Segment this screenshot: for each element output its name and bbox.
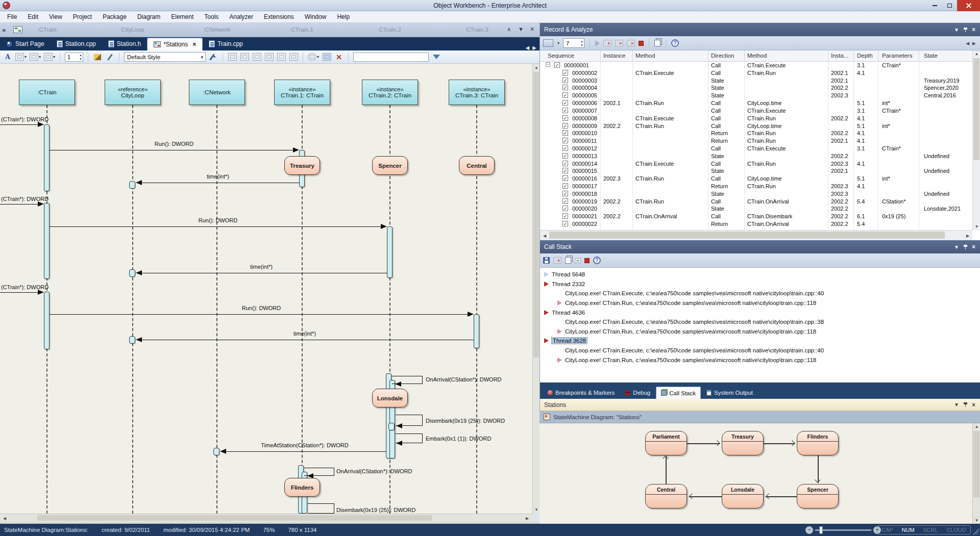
scroll-left-icon[interactable]: ◀ bbox=[541, 234, 548, 238]
panel-close-icon[interactable]: × bbox=[972, 26, 975, 33]
activation-node[interactable] bbox=[213, 448, 219, 455]
canvas-vertical-scrollbar[interactable]: ▲ ▼ bbox=[532, 64, 540, 514]
frame-icon[interactable] bbox=[575, 258, 581, 263]
col-method[interactable]: Method bbox=[635, 53, 655, 59]
filter-funnel-icon[interactable] bbox=[432, 53, 441, 62]
record-row[interactable]: ✓00000012CallCTrain.Execute3.1CTrain* bbox=[540, 145, 972, 152]
run-icon[interactable] bbox=[595, 40, 600, 46]
activation-node[interactable] bbox=[129, 336, 135, 344]
record-row[interactable]: −✓00000001CallCTrain.Execute3.1CTrain* bbox=[540, 62, 972, 69]
message-label[interactable]: TimeAtStation(CStation*): DWORD bbox=[254, 442, 356, 448]
state-flinders[interactable]: Flinders bbox=[284, 478, 320, 497]
tab-start-page[interactable]: Start Page bbox=[0, 37, 51, 50]
message-line[interactable] bbox=[50, 314, 468, 315]
callstack-frame[interactable]: CityLoop.exe! CTrain.Execute, c:\ea\ea75… bbox=[540, 317, 980, 327]
call-stack-titlebar[interactable]: Call Stack ▼ × bbox=[540, 240, 980, 253]
activation-bar[interactable] bbox=[44, 203, 50, 279]
style-combobox[interactable]: Default Style bbox=[124, 52, 206, 62]
record-row[interactable]: ✓000000162002.3CTrain.RunCallCityLoop.ti… bbox=[540, 175, 972, 183]
apply-style-button[interactable]: ▾ bbox=[209, 53, 218, 62]
record-row[interactable]: ✓00000017ReturnCTrain.Run2002.34.1 bbox=[540, 183, 972, 190]
align-left-icon[interactable] bbox=[228, 53, 237, 62]
delete-icon[interactable]: ✕ bbox=[334, 53, 344, 62]
message-label[interactable]: Run(): DWORD bbox=[167, 217, 269, 223]
copy-icon[interactable] bbox=[654, 40, 660, 46]
stations-vertical-scrollbar[interactable]: ▲ ▼ bbox=[972, 423, 980, 524]
menu-file[interactable]: File bbox=[7, 13, 17, 20]
message-label[interactable]: Run(): DWORD bbox=[123, 141, 225, 147]
record-row[interactable]: ✓00000020State2002.2Lonsdale,2021 bbox=[540, 205, 972, 213]
message-label[interactable]: Disembark(0x19 (25)): DWORD bbox=[426, 418, 505, 424]
menu-diagram[interactable]: Diagram bbox=[137, 13, 160, 20]
message-line[interactable] bbox=[226, 451, 386, 452]
tab-stations-active[interactable]: *Stations × bbox=[147, 38, 203, 50]
scroll-right-icon[interactable]: ▶ bbox=[964, 234, 971, 238]
record-row[interactable]: ✓000000192002.2CTrain.RunCallCTrain.OnAr… bbox=[540, 198, 972, 206]
tab-train-cpp[interactable]: Train.cpp bbox=[203, 37, 249, 50]
align-top-icon[interactable] bbox=[252, 53, 261, 62]
record-row[interactable]: ✓00000003State2002.1Treasury,2019 bbox=[540, 77, 972, 85]
state-spencer[interactable]: Spencer bbox=[372, 156, 408, 175]
col-state[interactable]: State bbox=[924, 53, 938, 59]
same-width-icon[interactable] bbox=[277, 53, 286, 62]
lifeline-head-ctrain2[interactable]: «instance»CTrain.2: CTrain bbox=[362, 80, 418, 105]
frame-spinner[interactable]: 7▲▼ bbox=[563, 38, 584, 48]
fill-color-button[interactable]: ▾ bbox=[30, 53, 41, 62]
scroll-down-icon[interactable]: ▼ bbox=[973, 224, 980, 229]
callstack-frame[interactable]: CityLoop.exe! CTrain.Execute, c:\ea\ea75… bbox=[540, 289, 980, 298]
record-row[interactable]: ✓00000008CTrain.ExecuteCallCTrain.Run200… bbox=[540, 115, 972, 122]
record-row[interactable]: ✓000000092002.2CTrain.RunCallCityLoop.ti… bbox=[540, 122, 972, 130]
workbench-item-cityloop[interactable]: CityLoop bbox=[121, 27, 144, 33]
record-row[interactable]: ✓00000010ReturnCTrain.Run2002.24.1 bbox=[540, 130, 972, 137]
panel-close-icon[interactable]: × bbox=[972, 401, 975, 409]
message-label[interactable]: time(int*) bbox=[210, 264, 312, 270]
lifeline-head-ctrain3[interactable]: «instance»CTrain.3: CTrain bbox=[449, 80, 505, 105]
message-label[interactable]: Embark(0x1 (1)): DWORD bbox=[426, 436, 491, 442]
tab-breakpoints-markers[interactable]: Breakpoints & Markers bbox=[543, 387, 619, 399]
lifeline-head-cityloop[interactable]: «reference»CityLoop bbox=[105, 80, 161, 105]
record-row[interactable]: ✓00000002CTrain.ExecuteCallCTrain.Run200… bbox=[540, 69, 972, 77]
auto-route-icon[interactable]: ▾ bbox=[308, 53, 319, 62]
collapse-strip-icon[interactable]: ∧ bbox=[507, 26, 511, 33]
record-row[interactable]: ✓000000062002.1CTrain.RunCallCityLoop.ti… bbox=[540, 99, 972, 107]
node-lonsdale[interactable]: Lonsdale bbox=[722, 484, 764, 508]
menu-project[interactable]: Project bbox=[73, 13, 92, 20]
node-treasury[interactable]: Treasury bbox=[722, 431, 764, 455]
stop-icon[interactable] bbox=[639, 41, 644, 46]
copy-icon[interactable] bbox=[565, 257, 571, 264]
state-lonsdale[interactable]: Lonsdale bbox=[372, 389, 408, 407]
record-row[interactable]: ✓00000007CallCTrain.Execute3.1CTrain* bbox=[540, 107, 972, 115]
strip-menu-icon[interactable]: ▼ bbox=[518, 26, 524, 32]
stations-titlebar[interactable]: Stations ▼ × bbox=[540, 399, 980, 411]
lifeline-head-ctrain1[interactable]: «instance»CTrain.1: CTrain bbox=[274, 80, 330, 105]
message-label[interactable]: time(int*) bbox=[167, 173, 269, 180]
workbench-item-ctrain3[interactable]: CTrain.3 bbox=[466, 27, 488, 33]
menu-package[interactable]: Package bbox=[103, 13, 127, 20]
record-horizontal-scrollbar[interactable]: ◀ ▶ bbox=[540, 230, 972, 240]
message-label[interactable]: Run(): DWORD bbox=[210, 305, 312, 311]
activation-node[interactable] bbox=[129, 181, 135, 189]
state-treasury[interactable]: Treasury bbox=[284, 156, 320, 175]
message-label[interactable]: OnArrival(CStation*): DWORD bbox=[426, 376, 502, 382]
expand-chevrons-icon[interactable]: » bbox=[2, 26, 6, 34]
callstack-frame[interactable]: CityLoop.exe! CTrain.Run, c:\ea\ea750\co… bbox=[540, 327, 980, 337]
activation-node[interactable] bbox=[129, 269, 135, 277]
align-bottom-icon[interactable] bbox=[264, 53, 274, 62]
tab-scroll-right-icon[interactable]: ▶ bbox=[532, 45, 536, 50]
save-icon[interactable] bbox=[543, 257, 550, 264]
menu-extensions[interactable]: Extensions bbox=[264, 13, 294, 20]
help-icon[interactable]: ? bbox=[671, 39, 679, 47]
tab-system-output[interactable]: System Output bbox=[702, 387, 757, 399]
scroll-down-icon[interactable]: ▼ bbox=[533, 507, 540, 512]
line-color-button[interactable]: ▾ bbox=[44, 53, 55, 62]
col-direction[interactable]: Direction bbox=[711, 53, 734, 59]
panel-scroll-left-icon[interactable]: ◀ bbox=[966, 41, 969, 46]
align-right-icon[interactable] bbox=[240, 53, 249, 62]
record-analyze-titlebar[interactable]: Record & Analyze ▼ × bbox=[540, 23, 980, 36]
node-central[interactable]: Central bbox=[645, 484, 687, 508]
activation-bar[interactable] bbox=[44, 124, 50, 191]
record-row[interactable]: ✓00000015State2002.1Undefined bbox=[540, 167, 972, 175]
step-over-icon[interactable] bbox=[603, 40, 611, 46]
callstack-thread[interactable]: Thread 5648 bbox=[540, 270, 980, 279]
menu-tools[interactable]: Tools bbox=[204, 13, 218, 20]
